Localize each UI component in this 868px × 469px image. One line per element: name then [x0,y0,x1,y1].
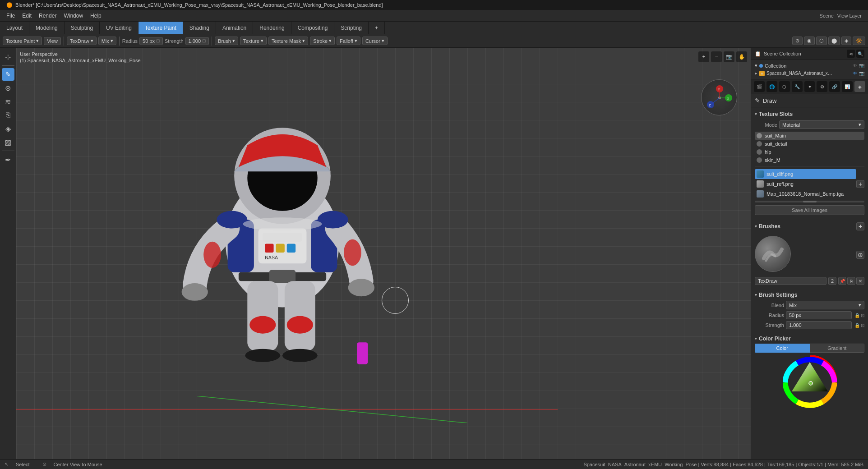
radius-field-prop[interactable]: 50 px [786,311,852,319]
outliner-search-btn[interactable]: 🔍 [856,50,864,58]
menu-window[interactable]: Window [60,12,87,20]
object-render[interactable]: 📷 [859,71,864,76]
viewport-overlay-btn[interactable]: ⊙ [792,37,803,45]
hand-tool-btn[interactable]: ✋ [736,51,747,62]
radius-lock-icon[interactable]: 🔒 [854,313,860,318]
tab-texture-paint[interactable]: Texture Paint [139,22,183,34]
delete-brush-btn[interactable]: ✕ [856,277,864,285]
brush-settings-header[interactable]: ▾ Brush Settings [755,290,864,300]
mat-slot-hlp[interactable]: hlp [755,148,864,156]
radius-field[interactable]: 50 px ⊡ [139,37,163,45]
constraints-btn[interactable]: 🔗 [829,81,840,92]
mode-selector[interactable]: Texture Paint ▾ [3,37,42,45]
material-props-btn[interactable]: ◈ [854,81,865,92]
blend-mode-selector[interactable]: Mix ▾ [98,37,116,45]
outliner-scene-collection[interactable]: ▾ Collection 👁 📷 [751,62,868,69]
strength-lock-icon[interactable]: 🔒 [854,323,860,328]
strength-pressure-icon[interactable]: ⊡ [861,323,864,328]
tool-smear[interactable]: ≋ [2,95,14,108]
tool-fill[interactable]: ◈ [2,122,14,135]
material-btn[interactable]: ◈ [841,37,851,45]
brushes-header[interactable]: ▾ Brushes + [755,221,864,232]
tool-mask[interactable]: ▨ [2,136,14,148]
brush-name-input[interactable] [755,277,826,285]
mode-dropdown[interactable]: Material ▾ [779,120,864,129]
tab-rendering[interactable]: Rendering [253,22,291,34]
object-eye[interactable]: 👁 [853,71,857,76]
color-picker-header[interactable]: ▾ Color Picker [755,334,864,344]
modifier-props-btn[interactable]: 🔧 [792,81,803,92]
blend-dropdown[interactable]: Mix ▾ [786,301,864,309]
tab-sculpting[interactable]: Sculpting [65,22,100,34]
cursor-menu[interactable]: Cursor ▾ [362,37,388,45]
menu-render[interactable]: Render [35,12,60,20]
save-all-images-btn[interactable]: Save All Images [755,205,864,215]
brush-menu[interactable]: Brush ▾ [215,37,238,45]
wireframe-btn[interactable]: ⬡ [816,37,827,45]
tool-annotate[interactable]: ✒ [2,153,14,166]
texture-slots-header[interactable]: ▾ Texture Slots [755,109,864,119]
texture-mask-menu[interactable]: Texture Mask ▾ [268,37,308,45]
radius-toggle[interactable]: ⊡ [156,38,160,43]
mat-slot-suit-main[interactable]: suit_Main [755,132,864,140]
tab-compositing[interactable]: Compositing [291,22,335,34]
zoom-in-btn[interactable]: + [698,51,709,62]
object-label: Spacesuit_NASA_Astronaut_xEMU_Working_..… [766,71,834,76]
outliner-filter-btn[interactable]: ⊲ [847,50,855,58]
toolbar-sep3 [212,37,212,46]
strength-toggle[interactable]: ⊡ [202,38,206,43]
tab-uv-editing[interactable]: UV Editing [100,22,139,34]
zoom-out-btn[interactable]: − [711,51,722,62]
outliner-object-item[interactable]: ▸ ▲ Spacesuit_NASA_Astronaut_xEMU_Workin… [751,69,868,77]
tool-select[interactable]: ⊹ [2,51,14,63]
pin-brush-btn[interactable]: 📌 [838,277,846,285]
tab-shading[interactable]: Shading [183,22,216,34]
copy-brush-btn[interactable]: ⎘ [847,277,855,285]
menu-edit[interactable]: Edit [18,12,35,20]
tab-gradient[interactable]: Gradient [810,344,865,353]
viewport[interactable]: NASA User Perspective (1) Spacesuit_NASA… [16,48,751,459]
tex-slot-suit-refl[interactable]: suit_refl.png [755,179,856,189]
brush-preset-selector[interactable]: TexDraw ▾ [67,37,97,45]
tab-layout[interactable]: Layout [0,22,29,34]
radius-pressure-icon[interactable]: ⊡ [861,313,864,318]
tab-modeling[interactable]: Modeling [29,22,65,34]
mat-slot-skin-m[interactable]: skin_M [755,156,864,164]
tex-slot-suit-diff[interactable]: suit_diff.png [755,169,856,179]
strength-field[interactable]: 1.000 ⊡ [185,37,209,45]
collection-eye[interactable]: 👁 [853,63,857,68]
tool-soften[interactable]: ⊛ [2,82,14,94]
tool-draw[interactable]: ✎ [2,68,14,81]
tab-scripting[interactable]: Scripting [334,22,369,34]
viewport-shading-btn[interactable]: ◉ [804,37,815,45]
view-menu[interactable]: View [44,37,61,45]
stroke-menu[interactable]: Stroke ▾ [310,37,335,45]
physics-props-btn[interactable]: ⚙ [817,81,827,92]
scene-props-btn[interactable]: 🎬 [754,81,765,92]
particle-props-btn[interactable]: ✦ [804,81,815,92]
strength-field-prop[interactable]: 1.000 [786,321,852,329]
mat-slot-suit-detail[interactable]: suit_detail [755,140,864,148]
solid-btn[interactable]: ⬤ [828,37,840,45]
camera-btn[interactable]: 📷 [724,51,734,62]
object-props-btn[interactable]: ⬡ [779,81,790,92]
render-btn[interactable]: 🔆 [853,37,865,45]
add-texture-btn[interactable]: + [856,180,864,188]
tex-slot-bump[interactable]: Map_10183618_Normal_Bump.tga [755,189,856,199]
tab-add[interactable]: + [369,22,385,34]
navigation-gizmo[interactable]: X Y Z [701,79,737,115]
tab-animation[interactable]: Animation [216,22,253,34]
world-props-btn[interactable]: 🌐 [766,81,777,92]
tab-color[interactable]: Color [755,344,810,353]
collection-render[interactable]: 📷 [859,63,864,68]
color-wheel[interactable] [755,355,864,409]
blend-label: Blend [755,303,784,308]
data-props-btn[interactable]: 📊 [842,81,853,92]
tool-clone[interactable]: ⎘ [2,109,14,121]
menu-help[interactable]: Help [87,12,105,20]
texture-menu[interactable]: Texture ▾ [240,37,267,45]
falloff-menu[interactable]: Falloff ▾ [337,37,360,45]
menu-file[interactable]: File [3,12,18,20]
browse-brush-btn[interactable]: ⊕ [856,251,864,259]
add-brush-btn[interactable]: + [856,222,864,230]
